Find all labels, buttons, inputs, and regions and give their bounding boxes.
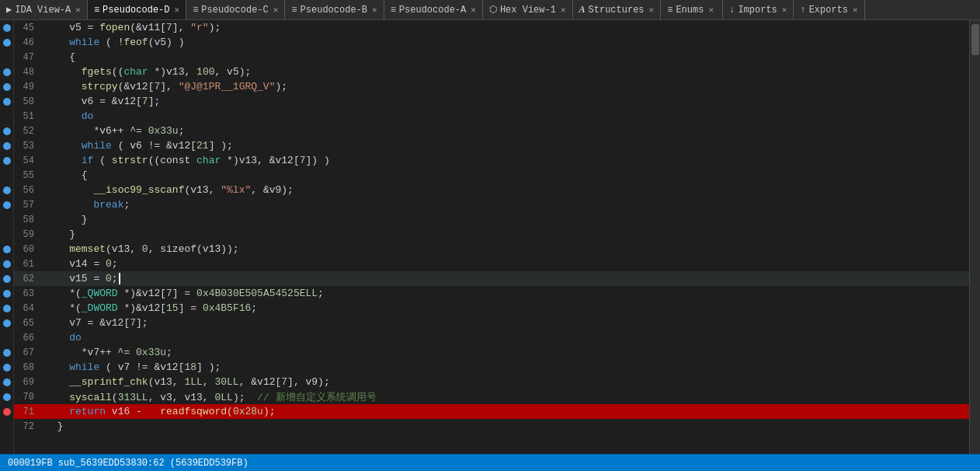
tab-hex-view-1[interactable]: ⬡ Hex View-1 ✕ xyxy=(483,0,573,20)
code-line-59[interactable]: 59 } xyxy=(14,227,969,242)
breakpoint-dot xyxy=(3,68,11,76)
gutter-cell[interactable] xyxy=(0,389,13,404)
breakpoint-dot xyxy=(3,24,11,32)
tab-pseudocode-b[interactable]: ≡ Pseudocode-B ✕ xyxy=(285,0,384,20)
line-number: 62 xyxy=(14,274,39,284)
gutter-cell[interactable] xyxy=(0,345,13,360)
code-line-66[interactable]: 66 do xyxy=(14,330,969,345)
code-line-51[interactable]: 51 do xyxy=(14,109,969,124)
gutter-cell[interactable] xyxy=(0,271,13,286)
code-line-72[interactable]: 72 } xyxy=(14,419,969,434)
tab-close-ex[interactable]: ✕ xyxy=(853,5,858,15)
gutter-cell[interactable] xyxy=(0,20,13,35)
code-line-46[interactable]: 46 while ( !feof(v5) ) xyxy=(14,35,969,50)
gutter-cell[interactable] xyxy=(0,197,13,212)
gutter-cell[interactable] xyxy=(0,286,13,301)
gutter-cell[interactable] xyxy=(0,375,13,389)
tab-imports[interactable]: ↓ Imports ✕ xyxy=(723,0,794,20)
code-line-65[interactable]: 65 v7 = &v12[7]; xyxy=(14,316,969,330)
gutter-cell[interactable] xyxy=(0,360,13,375)
code-line-54[interactable]: 54 if ( strstr((const char *)v13, &v12[7… xyxy=(14,153,969,168)
line-number: 52 xyxy=(14,126,39,137)
gutter-cell[interactable] xyxy=(0,79,13,94)
tab-close-hv[interactable]: ✕ xyxy=(561,5,566,15)
tab-enums[interactable]: ≡ Enums ✕ xyxy=(661,0,723,20)
line-number: 60 xyxy=(14,244,39,255)
gutter-cell[interactable] xyxy=(0,404,13,419)
main-area: 45 v5 = fopen(&v11[7], "r");46 while ( !… xyxy=(0,20,980,454)
tab-close-st[interactable]: ✕ xyxy=(649,5,655,15)
gutter-cell[interactable] xyxy=(0,316,13,330)
line-content: while ( v7 != &v12[18] ); xyxy=(39,361,969,373)
tab-close-im[interactable]: ✕ xyxy=(782,5,787,15)
code-line-55[interactable]: 55 { xyxy=(14,168,969,183)
line-number: 57 xyxy=(14,200,39,211)
line-content: v7 = &v12[7]; xyxy=(39,317,969,329)
scrollbar-thumb[interactable] xyxy=(971,24,979,55)
scrollbar-right[interactable] xyxy=(969,20,980,454)
code-line-63[interactable]: 63 *(_QWORD *)&v12[7] = 0x4B030E505A5452… xyxy=(14,286,969,301)
code-line-52[interactable]: 52 *v6++ ^= 0x33u; xyxy=(14,124,969,138)
tab-close-pd[interactable]: ✕ xyxy=(175,5,180,15)
code-line-61[interactable]: 61 v14 = 0; xyxy=(14,256,969,271)
gutter-cell[interactable] xyxy=(0,94,13,109)
code-area[interactable]: 45 v5 = fopen(&v11[7], "r");46 while ( !… xyxy=(14,20,969,454)
status-text: 000019FB sub_5639EDD53830:62 (5639EDD539… xyxy=(8,458,248,469)
tab-close-pa[interactable]: ✕ xyxy=(471,5,476,15)
code-line-47[interactable]: 47 { xyxy=(14,50,969,65)
tab-icon-ida: ▶ xyxy=(6,4,12,16)
tab-close-ida[interactable]: ✕ xyxy=(75,5,81,15)
gutter-cell[interactable] xyxy=(0,50,13,65)
gutter-cell[interactable] xyxy=(0,35,13,50)
code-line-50[interactable]: 50 v6 = &v12[7]; xyxy=(14,94,969,109)
code-line-53[interactable]: 53 while ( v6 != &v12[21] ); xyxy=(14,138,969,153)
breakpoint-dot xyxy=(3,157,11,165)
code-line-57[interactable]: 57 break; xyxy=(14,197,969,212)
line-number: 48 xyxy=(14,67,39,78)
code-line-58[interactable]: 58 } xyxy=(14,212,969,227)
gutter-cell[interactable] xyxy=(0,242,13,256)
gutter-cell[interactable] xyxy=(0,124,13,138)
line-content: while ( v6 != &v12[21] ); xyxy=(39,140,969,152)
gutter-cell[interactable] xyxy=(0,153,13,168)
gutter-cell[interactable] xyxy=(0,330,13,345)
gutter-cell[interactable] xyxy=(0,183,13,197)
gutter-cell[interactable] xyxy=(0,227,13,242)
tab-pseudocode-c[interactable]: ≡ Pseudocode-C ✕ xyxy=(186,0,285,20)
code-line-49[interactable]: 49 strcpy(&v12[7], "@J@1PR__1GRQ_V"); xyxy=(14,79,969,94)
tab-exports[interactable]: ↑ Exports ✕ xyxy=(794,0,864,20)
code-line-69[interactable]: 69 __sprintf_chk(v13, 1LL, 30LL, &v12[7]… xyxy=(14,375,969,389)
gutter-cell[interactable] xyxy=(0,109,13,124)
gutter-cell[interactable] xyxy=(0,301,13,316)
gutter-cell[interactable] xyxy=(0,65,13,79)
code-line-70[interactable]: 70 syscall(313LL, v3, v13, 0LL); // 新增自定… xyxy=(14,389,969,404)
line-content: *v6++ ^= 0x33u; xyxy=(39,125,969,137)
code-line-62[interactable]: 62 v15 = 0; xyxy=(14,271,969,286)
code-line-64[interactable]: 64 *(_DWORD *)&v12[15] = 0x4B5F16; xyxy=(14,301,969,316)
code-line-71[interactable]: 71 return v16 - readfsqword(0x28u); xyxy=(14,404,969,419)
tab-bar: ▶ IDA View-A ✕ ≡ Pseudocode-D ✕ ≡ Pseudo… xyxy=(0,0,980,20)
breakpoint-dot xyxy=(3,349,11,357)
code-line-56[interactable]: 56 __isoc99_sscanf(v13, "%lx", &v9); xyxy=(14,183,969,197)
status-bar: 000019FB sub_5639EDD53830:62 (5639EDD539… xyxy=(0,454,980,471)
gutter-cell[interactable] xyxy=(0,138,13,153)
line-content: *(_DWORD *)&v12[15] = 0x4B5F16; xyxy=(39,302,969,314)
tab-close-pc[interactable]: ✕ xyxy=(273,5,279,15)
tab-pseudocode-a[interactable]: ≡ Pseudocode-A ✕ xyxy=(384,0,483,20)
code-line-45[interactable]: 45 v5 = fopen(&v11[7], "r"); xyxy=(14,20,969,35)
gutter-cell[interactable] xyxy=(0,419,13,434)
code-line-67[interactable]: 67 *v7++ ^= 0x33u; xyxy=(14,345,969,360)
line-number: 65 xyxy=(14,318,39,329)
tab-structures[interactable]: A Structures ✕ xyxy=(573,0,662,20)
code-line-48[interactable]: 48 fgets((char *)v13, 100, v5); xyxy=(14,65,969,79)
tab-pseudocode-d[interactable]: ≡ Pseudocode-D ✕ xyxy=(88,0,186,20)
code-line-60[interactable]: 60 memset(v13, 0, sizeof(v13)); xyxy=(14,242,969,256)
gutter-cell[interactable] xyxy=(0,256,13,271)
tab-ida-view-a[interactable]: ▶ IDA View-A ✕ xyxy=(0,0,88,20)
code-line-68[interactable]: 68 while ( v7 != &v12[18] ); xyxy=(14,360,969,375)
tab-close-en[interactable]: ✕ xyxy=(708,5,714,15)
tab-close-pb[interactable]: ✕ xyxy=(372,5,377,15)
gutter-cell[interactable] xyxy=(0,212,13,227)
line-content: *v7++ ^= 0x33u; xyxy=(39,347,969,358)
gutter-cell[interactable] xyxy=(0,168,13,183)
